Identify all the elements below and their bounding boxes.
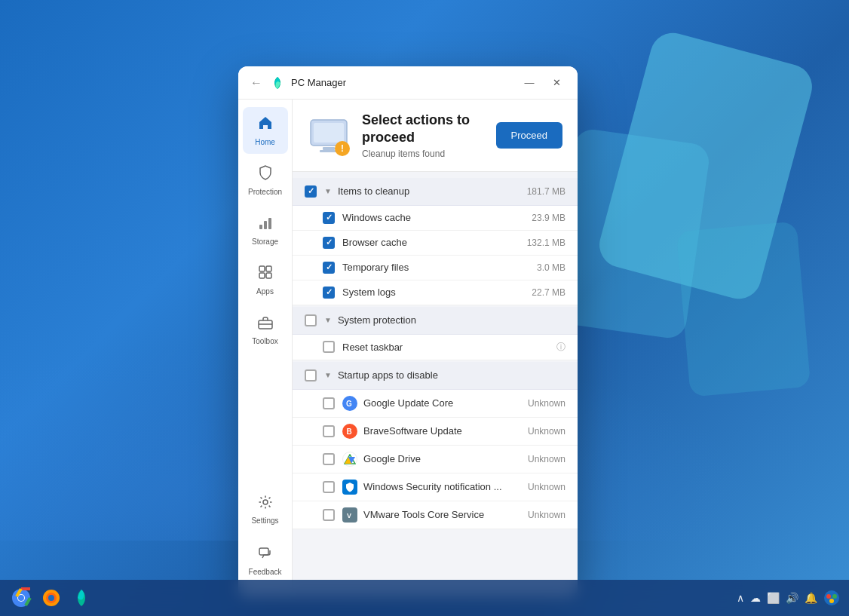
temp-files-checkbox[interactable] [323, 262, 335, 274]
startup-item-google-drive[interactable]: Google Drive Unknown [293, 446, 578, 473]
taskbar: ∧ ☁ ⬜ 🔊 🔔 [0, 580, 849, 616]
system-logs-size: 22.7 MB [532, 287, 565, 298]
svg-text:V: V [347, 512, 351, 519]
windows-security-icon [342, 480, 357, 495]
sidebar-item-home[interactable]: Home [243, 107, 288, 154]
sidebar-item-protection[interactable]: Protection [243, 157, 288, 204]
sidebar: Home Protection Storag [238, 100, 293, 597]
svg-point-28 [826, 594, 831, 599]
reset-taskbar-item[interactable]: Reset taskbar ⓘ [293, 335, 578, 360]
cleanup-item-temp-files[interactable]: Temporary files 3.0 MB [293, 256, 578, 280]
apps-icon [257, 264, 274, 284]
browser-cache-checkbox[interactable] [323, 237, 335, 249]
brave-update-size: Unknown [528, 426, 565, 437]
cleanup-item-windows-cache[interactable]: Windows cache 23.9 MB [293, 206, 578, 231]
startup-apps-category-row[interactable]: ▼ Startup apps to disable [293, 362, 578, 390]
bell-icon[interactable]: 🔔 [805, 592, 817, 604]
reset-taskbar-info-icon: ⓘ [556, 341, 565, 354]
svg-rect-1 [264, 221, 267, 229]
proceed-button[interactable]: Proceed [496, 122, 562, 149]
display-icon[interactable]: ⬜ [767, 592, 780, 604]
windows-cache-label: Windows cache [342, 212, 526, 223]
chevron-up-icon[interactable]: ∧ [737, 592, 744, 604]
sidebar-item-protection-label: Protection [248, 188, 282, 196]
google-update-checkbox[interactable] [323, 397, 335, 409]
taskbar-pcmgr-icon[interactable] [69, 586, 93, 610]
temp-files-size: 3.0 MB [537, 262, 565, 273]
cleanup-expand-arrow[interactable]: ▼ [324, 187, 332, 195]
home-icon [257, 115, 274, 135]
system-protection-category-row[interactable]: ▼ System protection [293, 307, 578, 335]
cleanup-category-checkbox[interactable] [305, 185, 317, 198]
temp-files-label: Temporary files [342, 262, 531, 273]
startup-item-google-update[interactable]: G Google Update Core Unknown [293, 390, 578, 418]
taskbar-right: ∧ ☁ ⬜ 🔊 🔔 [737, 590, 840, 606]
titlebar: ← PC Manager — ✕ [238, 66, 578, 100]
reset-taskbar-checkbox[interactable] [323, 341, 335, 353]
sidebar-item-apps-label: Apps [256, 287, 274, 296]
sidebar-item-feedback[interactable]: Feedback [243, 538, 288, 584]
svg-rect-5 [259, 273, 265, 278]
window-title: PC Manager [291, 77, 520, 88]
svg-point-23 [18, 595, 24, 601]
taskbar-chrome-icon[interactable] [9, 586, 33, 610]
feedback-icon [258, 546, 273, 565]
back-button[interactable]: ← [250, 76, 262, 90]
window-body: Home Protection Storag [238, 100, 578, 597]
sidebar-item-storage[interactable]: Storage [243, 207, 288, 253]
windows-cache-checkbox[interactable] [323, 212, 335, 224]
toolbox-icon [257, 314, 274, 334]
windows-security-checkbox[interactable] [323, 481, 335, 493]
taskbar-firefox-icon[interactable] [39, 586, 63, 610]
svg-text:G: G [346, 400, 352, 408]
vmware-label: VMware Tools Core Service [363, 509, 522, 520]
google-update-icon: G [342, 396, 357, 411]
system-logs-checkbox[interactable] [323, 287, 335, 299]
startup-expand-arrow[interactable]: ▼ [324, 371, 332, 379]
sidebar-item-toolbox[interactable]: Toolbox [243, 306, 288, 353]
cloud-icon[interactable]: ☁ [750, 592, 761, 604]
startup-item-windows-security[interactable]: Windows Security notification ... Unknow… [293, 473, 578, 501]
windows-security-label: Windows Security notification ... [363, 481, 522, 492]
minimize-button[interactable]: — [520, 74, 538, 92]
windows-cache-size: 23.9 MB [532, 213, 565, 223]
startup-item-brave-update[interactable]: B BraveSoftware Update Unknown [293, 418, 578, 446]
cleanup-item-system-logs[interactable]: System logs 22.7 MB [293, 280, 578, 305]
svg-rect-12 [314, 123, 344, 143]
google-update-size: Unknown [528, 398, 565, 409]
browser-cache-size: 132.1 MB [527, 238, 565, 248]
svg-point-9 [263, 500, 268, 504]
storage-icon [257, 214, 274, 234]
header-icon-container: ! [308, 114, 350, 156]
svg-rect-0 [259, 225, 262, 229]
vmware-checkbox[interactable] [323, 509, 335, 521]
startup-item-vmware[interactable]: V VMware Tools Core Service Unknown [293, 501, 578, 529]
volume-icon[interactable]: 🔊 [786, 592, 798, 604]
google-update-label: Google Update Core [363, 397, 522, 409]
sidebar-bottom: Settings Feedback [238, 486, 293, 591]
taskbar-left [9, 586, 93, 610]
sidebar-item-settings[interactable]: Settings [243, 487, 288, 532]
header-section: ! Select actions to proceed Cleanup item… [293, 100, 578, 172]
sidebar-item-apps[interactable]: Apps [243, 256, 288, 303]
cleanup-item-browser-cache[interactable]: Browser cache 132.1 MB [293, 231, 578, 256]
close-button[interactable]: ✕ [547, 74, 565, 92]
brave-update-checkbox[interactable] [323, 425, 335, 437]
cleanup-category-row[interactable]: ▼ Items to cleanup 181.7 MB [293, 178, 578, 206]
header-subtitle: Cleanup items found [362, 149, 484, 159]
svg-rect-13 [323, 147, 335, 150]
startup-apps-checkbox[interactable] [305, 369, 317, 382]
google-drive-checkbox[interactable] [323, 453, 335, 465]
system-protection-label: System protection [338, 314, 565, 326]
system-logs-label: System logs [342, 287, 526, 298]
sidebar-item-toolbox-label: Toolbox [252, 337, 277, 345]
app-logo-icon [270, 75, 285, 90]
reset-taskbar-label: Reset taskbar [342, 342, 552, 353]
startup-apps-label: Startup apps to disable [338, 369, 565, 381]
system-protection-checkbox[interactable] [305, 314, 317, 326]
vmware-icon: V [342, 507, 357, 523]
system-protection-expand-arrow[interactable]: ▼ [324, 316, 332, 324]
svg-point-30 [829, 599, 834, 603]
windows-security-size: Unknown [528, 482, 565, 492]
color-icon[interactable] [823, 590, 840, 606]
